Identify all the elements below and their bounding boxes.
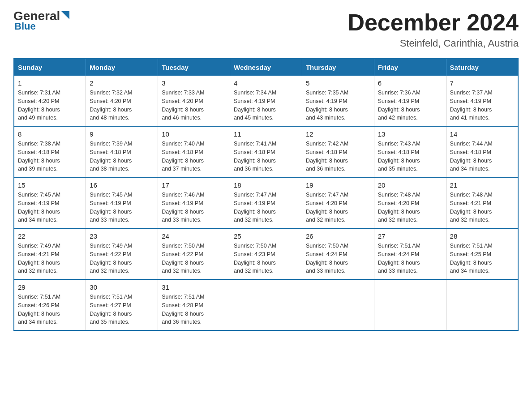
day-number: 11 xyxy=(234,130,298,138)
day-number: 25 xyxy=(234,232,298,240)
calendar-cell xyxy=(374,279,446,330)
day-info: Sunrise: 7:45 AMSunset: 4:19 PMDaylight:… xyxy=(18,191,82,224)
logo-blue-text: Blue xyxy=(14,21,36,32)
day-of-week-header-wednesday: Wednesday xyxy=(230,59,302,76)
day-info: Sunrise: 7:41 AMSunset: 4:18 PMDaylight:… xyxy=(234,140,298,173)
calendar-cell: 20Sunrise: 7:48 AMSunset: 4:20 PMDayligh… xyxy=(374,177,446,228)
day-number: 3 xyxy=(162,79,226,87)
day-number: 22 xyxy=(18,232,82,240)
calendar-cell: 30Sunrise: 7:51 AMSunset: 4:27 PMDayligh… xyxy=(86,279,158,330)
month-year-heading: December 2024 xyxy=(348,9,519,36)
week-row-4: 22Sunrise: 7:49 AMSunset: 4:21 PMDayligh… xyxy=(14,228,518,279)
calendar-cell: 13Sunrise: 7:43 AMSunset: 4:18 PMDayligh… xyxy=(374,126,446,177)
calendar-cell: 24Sunrise: 7:50 AMSunset: 4:22 PMDayligh… xyxy=(158,228,230,279)
calendar-cell xyxy=(446,279,518,330)
day-number: 7 xyxy=(450,79,514,87)
day-info: Sunrise: 7:51 AMSunset: 4:28 PMDaylight:… xyxy=(162,293,226,326)
day-info: Sunrise: 7:47 AMSunset: 4:20 PMDaylight:… xyxy=(306,191,370,224)
calendar-header: SundayMondayTuesdayWednesdayThursdayFrid… xyxy=(14,59,518,76)
day-info: Sunrise: 7:48 AMSunset: 4:20 PMDaylight:… xyxy=(378,191,442,224)
day-number: 12 xyxy=(306,130,370,138)
title-area: December 2024 Steinfeld, Carinthia, Aust… xyxy=(348,9,519,49)
day-info: Sunrise: 7:49 AMSunset: 4:22 PMDaylight:… xyxy=(90,242,154,275)
calendar-cell: 26Sunrise: 7:50 AMSunset: 4:24 PMDayligh… xyxy=(302,228,374,279)
calendar-cell: 31Sunrise: 7:51 AMSunset: 4:28 PMDayligh… xyxy=(158,279,230,330)
calendar-cell: 16Sunrise: 7:45 AMSunset: 4:19 PMDayligh… xyxy=(86,177,158,228)
calendar-cell: 21Sunrise: 7:48 AMSunset: 4:21 PMDayligh… xyxy=(446,177,518,228)
svg-marker-0 xyxy=(61,11,69,19)
logo-area: General Blue xyxy=(13,9,69,32)
day-of-week-header-friday: Friday xyxy=(374,59,446,76)
calendar-cell: 28Sunrise: 7:51 AMSunset: 4:25 PMDayligh… xyxy=(446,228,518,279)
day-number: 14 xyxy=(450,130,514,138)
day-number: 8 xyxy=(18,130,82,138)
day-number: 21 xyxy=(450,181,514,189)
location-text: Steinfeld, Carinthia, Austria xyxy=(348,38,519,49)
day-number: 10 xyxy=(162,130,226,138)
calendar-cell: 15Sunrise: 7:45 AMSunset: 4:19 PMDayligh… xyxy=(14,177,86,228)
calendar-cell: 19Sunrise: 7:47 AMSunset: 4:20 PMDayligh… xyxy=(302,177,374,228)
calendar-cell: 22Sunrise: 7:49 AMSunset: 4:21 PMDayligh… xyxy=(14,228,86,279)
day-number: 15 xyxy=(18,181,82,189)
calendar-cell: 29Sunrise: 7:51 AMSunset: 4:26 PMDayligh… xyxy=(14,279,86,330)
day-info: Sunrise: 7:40 AMSunset: 4:18 PMDaylight:… xyxy=(162,140,226,173)
day-number: 17 xyxy=(162,181,226,189)
week-row-5: 29Sunrise: 7:51 AMSunset: 4:26 PMDayligh… xyxy=(14,279,518,330)
day-number: 26 xyxy=(306,232,370,240)
day-number: 16 xyxy=(90,181,154,189)
day-number: 9 xyxy=(90,130,154,138)
logo-arrow-icon xyxy=(61,11,69,21)
week-row-1: 1Sunrise: 7:31 AMSunset: 4:20 PMDaylight… xyxy=(14,76,518,126)
day-number: 31 xyxy=(162,283,226,291)
day-number: 13 xyxy=(378,130,442,138)
day-info: Sunrise: 7:43 AMSunset: 4:18 PMDaylight:… xyxy=(378,140,442,173)
calendar-cell: 11Sunrise: 7:41 AMSunset: 4:18 PMDayligh… xyxy=(230,126,302,177)
calendar-cell: 17Sunrise: 7:46 AMSunset: 4:19 PMDayligh… xyxy=(158,177,230,228)
day-of-week-header-thursday: Thursday xyxy=(302,59,374,76)
day-info: Sunrise: 7:34 AMSunset: 4:19 PMDaylight:… xyxy=(234,89,298,122)
day-number: 2 xyxy=(90,79,154,87)
day-info: Sunrise: 7:32 AMSunset: 4:20 PMDaylight:… xyxy=(90,89,154,122)
calendar-body: 1Sunrise: 7:31 AMSunset: 4:20 PMDaylight… xyxy=(14,76,518,330)
day-info: Sunrise: 7:36 AMSunset: 4:19 PMDaylight:… xyxy=(378,89,442,122)
day-info: Sunrise: 7:33 AMSunset: 4:20 PMDaylight:… xyxy=(162,89,226,122)
calendar-cell: 10Sunrise: 7:40 AMSunset: 4:18 PMDayligh… xyxy=(158,126,230,177)
calendar-table: SundayMondayTuesdayWednesdayThursdayFrid… xyxy=(13,58,519,331)
day-of-week-header-saturday: Saturday xyxy=(446,59,518,76)
calendar-cell: 7Sunrise: 7:37 AMSunset: 4:19 PMDaylight… xyxy=(446,76,518,126)
day-info: Sunrise: 7:42 AMSunset: 4:18 PMDaylight:… xyxy=(306,140,370,173)
calendar-cell: 12Sunrise: 7:42 AMSunset: 4:18 PMDayligh… xyxy=(302,126,374,177)
calendar-cell: 4Sunrise: 7:34 AMSunset: 4:19 PMDaylight… xyxy=(230,76,302,126)
day-info: Sunrise: 7:51 AMSunset: 4:26 PMDaylight:… xyxy=(18,293,82,326)
calendar-cell: 25Sunrise: 7:50 AMSunset: 4:23 PMDayligh… xyxy=(230,228,302,279)
day-number: 6 xyxy=(378,79,442,87)
day-number: 5 xyxy=(306,79,370,87)
day-number: 1 xyxy=(18,79,82,87)
calendar-cell: 2Sunrise: 7:32 AMSunset: 4:20 PMDaylight… xyxy=(86,76,158,126)
calendar-cell: 23Sunrise: 7:49 AMSunset: 4:22 PMDayligh… xyxy=(86,228,158,279)
calendar-cell: 6Sunrise: 7:36 AMSunset: 4:19 PMDaylight… xyxy=(374,76,446,126)
day-of-week-header-monday: Monday xyxy=(86,59,158,76)
day-number: 4 xyxy=(234,79,298,87)
calendar-cell: 9Sunrise: 7:39 AMSunset: 4:18 PMDaylight… xyxy=(86,126,158,177)
page-header: General Blue December 2024 Steinfeld, Ca… xyxy=(13,9,519,49)
day-number: 18 xyxy=(234,181,298,189)
day-number: 27 xyxy=(378,232,442,240)
calendar-cell: 8Sunrise: 7:38 AMSunset: 4:18 PMDaylight… xyxy=(14,126,86,177)
day-of-week-header-sunday: Sunday xyxy=(14,59,86,76)
calendar-cell xyxy=(230,279,302,330)
day-info: Sunrise: 7:47 AMSunset: 4:19 PMDaylight:… xyxy=(234,191,298,224)
day-number: 19 xyxy=(306,181,370,189)
day-info: Sunrise: 7:50 AMSunset: 4:24 PMDaylight:… xyxy=(306,242,370,275)
day-info: Sunrise: 7:45 AMSunset: 4:19 PMDaylight:… xyxy=(90,191,154,224)
day-of-week-header-tuesday: Tuesday xyxy=(158,59,230,76)
day-number: 23 xyxy=(90,232,154,240)
day-info: Sunrise: 7:44 AMSunset: 4:18 PMDaylight:… xyxy=(450,140,514,173)
days-of-week-row: SundayMondayTuesdayWednesdayThursdayFrid… xyxy=(14,59,518,76)
calendar-cell: 14Sunrise: 7:44 AMSunset: 4:18 PMDayligh… xyxy=(446,126,518,177)
calendar-cell: 5Sunrise: 7:35 AMSunset: 4:19 PMDaylight… xyxy=(302,76,374,126)
day-info: Sunrise: 7:51 AMSunset: 4:25 PMDaylight:… xyxy=(450,242,514,275)
week-row-2: 8Sunrise: 7:38 AMSunset: 4:18 PMDaylight… xyxy=(14,126,518,177)
day-number: 28 xyxy=(450,232,514,240)
calendar-cell: 18Sunrise: 7:47 AMSunset: 4:19 PMDayligh… xyxy=(230,177,302,228)
